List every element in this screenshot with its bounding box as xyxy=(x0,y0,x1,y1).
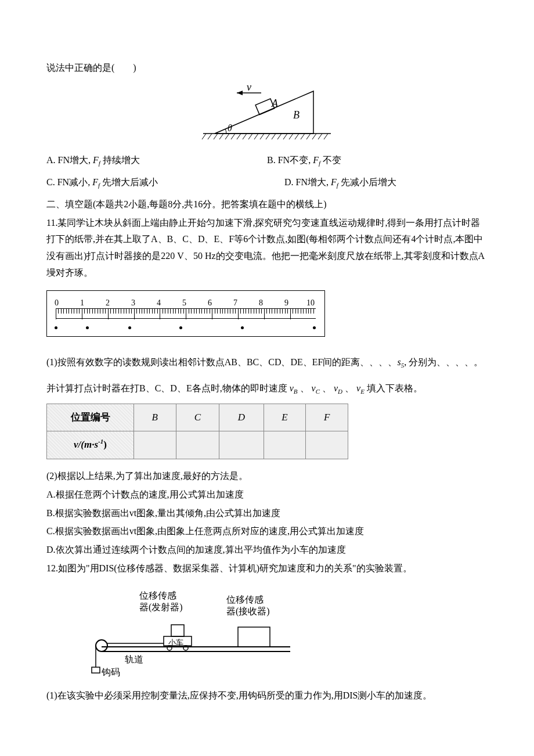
option-D[interactable]: D. FN增大, Ff 先减小后增大 xyxy=(250,174,488,192)
lbl-track: 轨道 xyxy=(125,651,143,668)
svg-line-8 xyxy=(243,134,247,139)
optA-tail: 持续增大 xyxy=(100,155,140,165)
label-A: A xyxy=(271,98,279,109)
table-cell-C[interactable] xyxy=(176,431,219,459)
q11-p2-optB[interactable]: B.根据实验数据画出vt图象,量出其倾角,由公式算出加速度 xyxy=(46,505,488,522)
q11-p2-optC[interactable]: C.根据实验数据画出vt图象,由图象上任意两点所对应的速度,用公式算出加速度 xyxy=(46,523,488,540)
svg-line-1 xyxy=(202,134,206,139)
table-col-F: F xyxy=(306,404,348,431)
vB-sub: B xyxy=(294,388,298,395)
vD-v: v xyxy=(334,383,338,393)
vC-sub: C xyxy=(316,388,320,395)
svg-line-14 xyxy=(277,134,282,139)
svg-line-3 xyxy=(214,134,218,139)
svg-line-11 xyxy=(260,134,264,139)
section-2-title: 二、填空题(本题共2小题,每题8分,共16分。把答案填在题中的横线上) xyxy=(46,196,488,213)
q10-stem: 说法中正确的是( ) xyxy=(46,60,488,77)
svg-line-22 xyxy=(324,134,328,139)
optB-Ff-F: F xyxy=(313,155,319,165)
ruler-diagram: 0 1 2 3 4 5 6 7 8 9 10 xyxy=(46,290,325,337)
table-col-C: C xyxy=(176,404,219,431)
optB-text: B. FN不变, xyxy=(267,155,313,165)
svg-marker-26 xyxy=(237,91,243,95)
svg-line-10 xyxy=(254,134,258,139)
q11-p1-c: 并计算打点计时器在打B、C、D、E各点时,物体的即时速度 vB 、 vC 、 v… xyxy=(46,380,488,398)
tape-dot-C xyxy=(128,326,131,329)
q11-p1-text-b: , 分别为、、、、。 xyxy=(404,357,483,367)
svg-line-6 xyxy=(231,134,235,139)
svg-rect-36 xyxy=(171,625,184,636)
svg-line-16 xyxy=(289,134,293,139)
lbl-receiver-2: 器(接收器) xyxy=(226,603,270,620)
q12-stem: 12.如图为"用DIS(位移传感器、数据采集器、计算机)研究加速度和力的关系"的… xyxy=(46,560,488,577)
optD-Ff-F: F xyxy=(331,177,337,187)
table-row-v-tail: ) xyxy=(103,439,107,450)
q11-p2-optD[interactable]: D.依次算出通过连续两个计数点间的加速度,算出平均值作为小车的加速度 xyxy=(46,542,488,559)
table-col-E: E xyxy=(264,404,306,431)
svg-line-13 xyxy=(272,134,276,139)
tape-dot-F xyxy=(313,326,316,329)
q11-p1-a: (1)按照有效数字的读数规则读出相邻计数点AB、BC、CD、DE、EF间的距离、… xyxy=(46,354,488,372)
svg-line-7 xyxy=(237,134,241,139)
svg-line-12 xyxy=(266,134,270,139)
q11-p2-optA[interactable]: A.根据任意两个计数点的速度,用公式算出加速度 xyxy=(46,487,488,503)
option-A[interactable]: A. FN增大, Ff 持续增大 xyxy=(46,152,267,170)
tape-dot-A xyxy=(55,326,57,329)
table-row-v-text: v/(m·s xyxy=(74,439,98,450)
table-row-v: v/(m·s-1) xyxy=(47,431,134,459)
optA-Ff-F: F xyxy=(93,155,99,165)
q12-p1: (1)在该实验中必须采用控制变量法,应保持不变,用钩码所受的重力作为,用DIS测… xyxy=(46,687,488,704)
optB-tail: 不变 xyxy=(320,155,341,165)
label-v: v xyxy=(247,82,251,93)
label-theta: θ xyxy=(228,123,232,133)
table-cell-D[interactable] xyxy=(219,431,264,459)
vB-v: v xyxy=(290,383,294,393)
q11-stem: 11.某同学让木块从斜面上端由静止开始匀加速下滑,探究研究匀变速直线运动规律时,… xyxy=(46,215,488,282)
vD-sub: D xyxy=(338,388,342,395)
q11-p1-text-c: 并计算打点计时器在打B、C、D、E各点时,物体的即时速度 xyxy=(46,383,287,393)
tape-dot-B xyxy=(86,326,89,329)
table-cell-B[interactable] xyxy=(134,431,176,459)
optC-text: C. FN减小, xyxy=(46,177,92,187)
option-C[interactable]: C. FN减小, Ff 先增大后减小 xyxy=(46,174,250,192)
q11-p1-text-d: 填入下表格。 xyxy=(367,383,423,393)
label-B: B xyxy=(293,109,300,121)
svg-line-18 xyxy=(301,134,305,139)
incline-diagram: v A B θ xyxy=(192,82,342,141)
table-header-label: 位置编号 xyxy=(47,404,134,431)
table-row-v-sup: -1 xyxy=(98,438,103,445)
svg-point-29 xyxy=(96,640,107,651)
tape-dot-D xyxy=(179,326,182,329)
optC-Ff-F: F xyxy=(92,177,98,187)
svg-line-5 xyxy=(225,134,229,139)
svg-line-17 xyxy=(295,134,299,139)
svg-line-2 xyxy=(208,134,212,139)
dis-diagram: 位移传感 器(发射器) 位移传感 器(接收器) 小车 轨道 钩码 xyxy=(81,583,302,682)
vE-sub: E xyxy=(360,388,365,395)
svg-line-15 xyxy=(283,134,287,139)
svg-rect-37 xyxy=(238,627,270,647)
lbl-hook: 钩码 xyxy=(102,664,120,681)
vC-v: v xyxy=(312,383,316,393)
optA-text: A. FN增大, xyxy=(46,155,93,165)
svg-line-19 xyxy=(306,134,311,139)
q11-p1-text-a: (1)按照有效数字的读数规则读出相邻计数点AB、BC、CD、DE、EF间的距离、… xyxy=(46,357,397,367)
table-col-D: D xyxy=(219,404,264,431)
velocity-table: 位置编号 B C D E F v/(m·s-1) xyxy=(46,404,348,459)
optC-tail: 先增大后减小 xyxy=(100,177,158,187)
svg-rect-31 xyxy=(92,667,100,673)
option-B[interactable]: B. FN不变, Ff 不变 xyxy=(267,152,488,170)
q11-p2: (2)根据以上结果,为了算出加速度,最好的方法是。 xyxy=(46,468,488,485)
tape-dot-E xyxy=(241,326,244,329)
optD-tail: 先减小后增大 xyxy=(338,177,396,187)
svg-line-9 xyxy=(248,134,252,139)
svg-line-4 xyxy=(219,134,223,139)
optD-text: D. FN增大, xyxy=(284,177,331,187)
svg-line-20 xyxy=(312,134,316,139)
table-col-B: B xyxy=(134,404,176,431)
lbl-emitter-2: 器(发射器) xyxy=(139,599,183,616)
table-cell-F[interactable] xyxy=(306,431,348,459)
lbl-car: 小车 xyxy=(168,636,183,649)
svg-line-21 xyxy=(318,134,322,139)
table-cell-E[interactable] xyxy=(264,431,306,459)
